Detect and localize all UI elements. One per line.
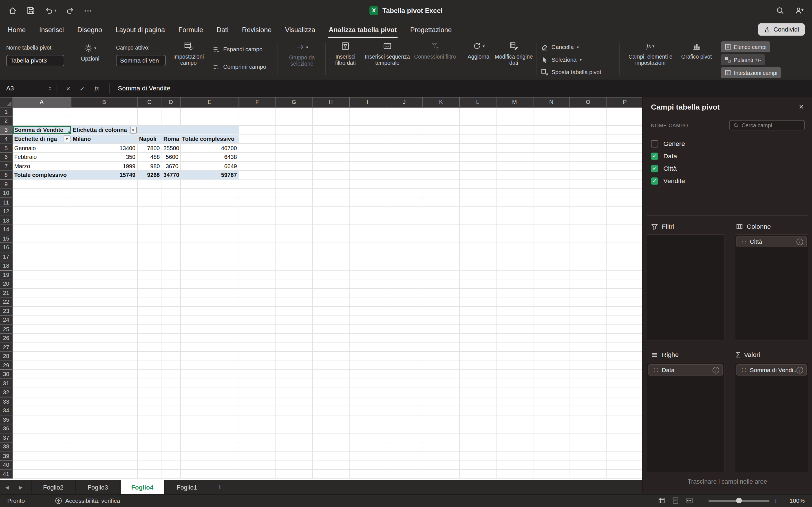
- column-header-I[interactable]: I: [349, 97, 386, 107]
- cell-M24[interactable]: [496, 315, 533, 324]
- cell-C35[interactable]: [137, 415, 161, 424]
- cell-E4[interactable]: Totale complessivo: [180, 134, 239, 144]
- cell-H23[interactable]: [312, 306, 349, 315]
- cell-G19[interactable]: [275, 270, 312, 279]
- cell-J27[interactable]: [386, 342, 422, 351]
- cell-E6[interactable]: 6438: [180, 152, 239, 161]
- cell-F24[interactable]: [239, 315, 275, 324]
- cell-E37[interactable]: [180, 433, 239, 442]
- formula-content[interactable]: Somma di Vendite: [118, 85, 170, 92]
- cell-P25[interactable]: [606, 325, 642, 334]
- cell-A14[interactable]: [12, 225, 71, 234]
- cell-E22[interactable]: [180, 297, 239, 306]
- cell-I29[interactable]: [349, 360, 386, 370]
- cell-L23[interactable]: [459, 306, 496, 315]
- cell-F28[interactable]: [239, 351, 275, 360]
- cell-B20[interactable]: [71, 279, 137, 288]
- cell-N39[interactable]: [533, 451, 569, 460]
- cell-F29[interactable]: [239, 360, 275, 370]
- cell-F1[interactable]: [239, 107, 275, 116]
- cell-G3[interactable]: [275, 125, 312, 134]
- cell-H38[interactable]: [312, 442, 349, 451]
- close-icon[interactable]: ×: [799, 103, 804, 112]
- cell-J24[interactable]: [386, 315, 422, 324]
- cell-P37[interactable]: [606, 433, 642, 442]
- cell-C6[interactable]: 488: [137, 152, 161, 161]
- cell-B19[interactable]: [71, 270, 137, 279]
- cell-P3[interactable]: [606, 125, 642, 134]
- cell-I22[interactable]: [349, 297, 386, 306]
- cell-E8[interactable]: 59787: [180, 170, 239, 179]
- cell-G27[interactable]: [275, 342, 312, 351]
- cell-C36[interactable]: [137, 424, 161, 433]
- cell-J7[interactable]: [386, 161, 422, 170]
- cell-C40[interactable]: [137, 460, 161, 469]
- move-pivot-button[interactable]: Sposta tabella pivot: [541, 66, 601, 77]
- cell-L4[interactable]: [459, 134, 496, 144]
- cell-J34[interactable]: [386, 406, 422, 415]
- cell-O7[interactable]: [569, 161, 606, 170]
- field-headers-toggle[interactable]: Intestazioni campi: [721, 67, 781, 78]
- cell-E15[interactable]: [180, 234, 239, 243]
- cell-M30[interactable]: [496, 370, 533, 379]
- cell-L40[interactable]: [459, 460, 496, 469]
- cell-L31[interactable]: [459, 379, 496, 388]
- cell-E3[interactable]: [180, 125, 239, 134]
- cell-D28[interactable]: [161, 351, 180, 360]
- cell-D19[interactable]: [161, 270, 180, 279]
- cell-E12[interactable]: [180, 207, 239, 216]
- page-layout-view-icon[interactable]: [672, 496, 679, 505]
- cell-K7[interactable]: [423, 161, 459, 170]
- cell-A9[interactable]: [12, 179, 71, 188]
- cell-O9[interactable]: [569, 179, 606, 188]
- cell-O40[interactable]: [569, 460, 606, 469]
- cell-C38[interactable]: [137, 442, 161, 451]
- cell-H30[interactable]: [312, 370, 349, 379]
- cell-N41[interactable]: [533, 469, 569, 478]
- cell-F41[interactable]: [239, 469, 275, 478]
- row-header-39[interactable]: 39: [0, 451, 12, 460]
- cell-P1[interactable]: [606, 107, 642, 116]
- cell-B15[interactable]: [71, 234, 137, 243]
- cell-D6[interactable]: 5600: [161, 152, 180, 161]
- row-header-27[interactable]: 27: [0, 342, 12, 351]
- cell-H33[interactable]: [312, 397, 349, 406]
- cell-O15[interactable]: [569, 234, 606, 243]
- field-settings-button[interactable]: Impostazioni campo: [170, 40, 207, 66]
- cell-C4[interactable]: Napoli: [137, 134, 161, 144]
- cell-A16[interactable]: [12, 243, 71, 252]
- cell-A21[interactable]: [12, 288, 71, 297]
- cell-O6[interactable]: [569, 152, 606, 161]
- cell-D2[interactable]: [161, 116, 180, 125]
- cell-P32[interactable]: [606, 388, 642, 397]
- cell-A19[interactable]: [12, 270, 71, 279]
- cell-L10[interactable]: [459, 188, 496, 198]
- cell-C14[interactable]: [137, 225, 161, 234]
- share-contact-icon[interactable]: [795, 6, 804, 15]
- cell-B10[interactable]: [71, 188, 137, 198]
- row-header-1[interactable]: 1: [0, 107, 12, 116]
- cell-D20[interactable]: [161, 279, 180, 288]
- cell-P17[interactable]: [606, 252, 642, 261]
- cell-F27[interactable]: [239, 342, 275, 351]
- cell-O23[interactable]: [569, 306, 606, 315]
- cell-K32[interactable]: [423, 388, 459, 397]
- cell-D25[interactable]: [161, 325, 180, 334]
- row-header-36[interactable]: 36: [0, 424, 12, 433]
- cell-K26[interactable]: [423, 334, 459, 342]
- cell-B11[interactable]: [71, 198, 137, 207]
- cell-L16[interactable]: [459, 243, 496, 252]
- cell-J30[interactable]: [386, 370, 422, 379]
- cell-A6[interactable]: Febbraio: [12, 152, 71, 161]
- cell-D10[interactable]: [161, 188, 180, 198]
- cell-O2[interactable]: [569, 116, 606, 125]
- cell-J32[interactable]: [386, 388, 422, 397]
- field-checkbox-genere[interactable]: [651, 140, 658, 148]
- cell-N32[interactable]: [533, 388, 569, 397]
- cell-P19[interactable]: [606, 270, 642, 279]
- cell-H28[interactable]: [312, 351, 349, 360]
- cell-J9[interactable]: [386, 179, 422, 188]
- ribbon-tab-revisione[interactable]: Revisione: [235, 20, 278, 38]
- plus-minus-buttons-toggle[interactable]: Pulsanti +/-: [721, 54, 765, 65]
- cell-L15[interactable]: [459, 234, 496, 243]
